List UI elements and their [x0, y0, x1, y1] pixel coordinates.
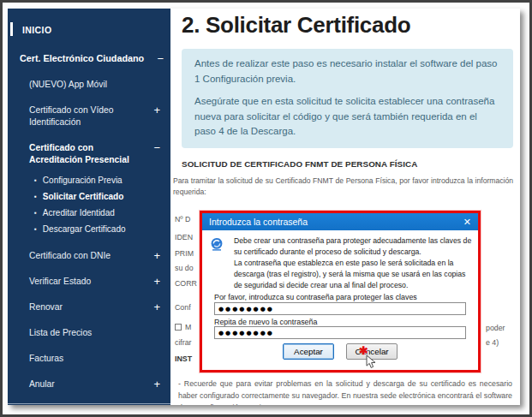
dialog-buttons: Aceptar Cancelar	[202, 343, 478, 360]
form-label-fragment: Nº D	[175, 215, 190, 223]
form-label-fragment: poder	[486, 324, 505, 332]
close-icon[interactable]: ✕	[463, 217, 471, 227]
page-title: 2. Solicitar Certificado	[182, 12, 410, 39]
form-checkbox-row: M	[175, 323, 191, 331]
expand-icon[interactable]: +	[148, 378, 160, 390]
form-label-fragment: CORR	[175, 279, 197, 288]
sidebar-item-certificado-video-identificacion[interactable]: Certificado con Vídeo Identificación +	[8, 98, 170, 135]
repeat-password-input[interactable]	[214, 326, 466, 339]
configurador-fnmt-icon	[210, 237, 224, 251]
sidebar-item-descargar-certificado[interactable]: Descargar Certificado	[8, 221, 170, 237]
password-label: Por favor, introduzca su contraseña para…	[214, 293, 417, 301]
sidebar: INICIO Cert. Electrónico Ciudadano − (NU…	[8, 9, 170, 405]
sidebar-item-lista-de-precios[interactable]: Lista de Precios	[8, 320, 170, 346]
dialog-titlebar[interactable]: Introduzca la contraseña ✕	[202, 213, 478, 230]
sidebar-item-verificar-estado[interactable]: Verificar Estado +	[8, 269, 170, 295]
intro-text: Para tramitar la solicitud de su Certifi…	[173, 176, 513, 198]
instructions-heading-fragment: INST	[175, 354, 192, 363]
dialog-message-p1: Debe crear una contraseña para proteger …	[234, 236, 471, 256]
info-paragraph-1: Antes de realizar este paso es necesario…	[194, 57, 500, 86]
expand-icon[interactable]: +	[148, 250, 160, 261]
expand-icon[interactable]: +	[148, 301, 160, 313]
form-label-fragment: PRIM	[175, 249, 194, 258]
info-paragraph-2: Asegúrate que en esta solicitud te solic…	[194, 94, 500, 140]
sidebar-item-facturas[interactable]: Facturas	[8, 346, 170, 372]
main-content: 2. Solicitar Certificado Antes de realiz…	[170, 9, 520, 405]
form-label-fragment: cifrar	[175, 338, 192, 347]
form-label-fragment: e 4)	[486, 338, 499, 347]
expand-icon[interactable]: +	[148, 104, 160, 116]
sidebar-item-app-movil[interactable]: (NUEVO) App Móvil	[8, 72, 170, 98]
checkbox[interactable]	[175, 324, 182, 331]
app-window: INICIO Cert. Electrónico Ciudadano − (NU…	[8, 9, 520, 405]
screenshot-frame: INICIO Cert. Electrónico Ciudadano − (NU…	[0, 0, 532, 417]
form-label-fragment: su do	[175, 264, 194, 272]
repeat-password-label: Repita de nuevo la contraseña	[214, 318, 317, 326]
sidebar-item-anular[interactable]: Anular +	[8, 372, 170, 397]
clipped-text-line: Configuración previa	[196, 403, 266, 405]
accept-button[interactable]: Aceptar	[283, 343, 334, 360]
sidebar-item-renovar[interactable]: Renovar +	[8, 295, 170, 320]
instructions-bullet: - Recuerde que para evitar problemas en …	[178, 378, 512, 405]
sidebar-item-configuracion-previa[interactable]: Configuración Previa	[8, 172, 170, 188]
dialog-message: Debe crear una contraseña para proteger …	[234, 235, 472, 291]
sidebar-item-acreditar-identidad[interactable]: Acreditar Identidad	[8, 205, 170, 221]
sidebar-divider	[8, 403, 170, 404]
mouse-cursor-icon	[366, 354, 377, 369]
collapse-icon[interactable]: −	[152, 53, 164, 64]
form-label-fragment: IDEN	[175, 233, 193, 241]
sidebar-item-certificado-acreditacion-presencial[interactable]: Certificado con Acreditación Presencial …	[8, 135, 170, 173]
collapse-icon[interactable]: −	[148, 142, 160, 153]
form-label-fragment: Conf	[175, 303, 191, 312]
active-indicator	[10, 22, 13, 36]
dialog-title: Introduzca la contraseña	[209, 217, 308, 227]
info-box: Antes de realizar este paso es necesario…	[182, 49, 513, 148]
dialog-message-p2: La contraseña que establezca en este pas…	[234, 259, 465, 289]
password-dialog: Introduzca la contraseña ✕ Debe crear un…	[200, 211, 481, 372]
sidebar-item-cert-electronico-ciudadano[interactable]: Cert. Electrónico Ciudadano −	[8, 45, 170, 72]
section-title: SOLICITUD DE CERTIFICADO FNMT DE PERSONA…	[182, 159, 417, 169]
sidebar-item-solicitar-certificado[interactable]: Solicitar Certificado	[8, 188, 170, 205]
sidebar-item-label: INICIO	[22, 25, 158, 35]
expand-icon[interactable]: +	[148, 276, 160, 287]
sidebar-item-inicio[interactable]: INICIO	[8, 21, 170, 45]
sidebar-item-certificado-dnie[interactable]: Certificado con DNIe +	[8, 243, 170, 269]
password-input[interactable]	[214, 302, 466, 315]
